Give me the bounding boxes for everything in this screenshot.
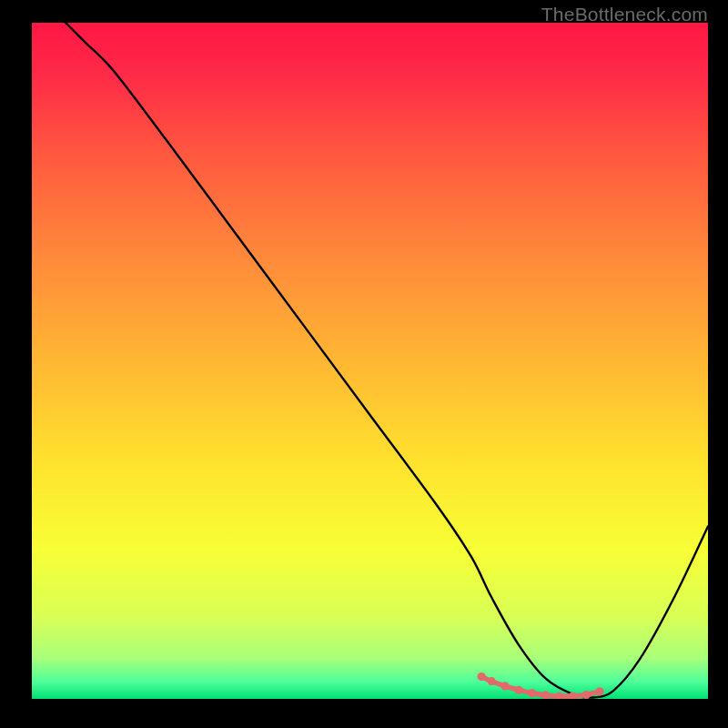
flat-region-dot xyxy=(596,687,604,695)
flat-region-dot xyxy=(514,686,522,694)
plot-area xyxy=(32,23,708,699)
flat-region-dot xyxy=(488,677,496,685)
flat-region-dot xyxy=(582,691,591,699)
flat-region-dot xyxy=(501,682,510,690)
gradient-background xyxy=(32,23,708,699)
chart-frame: TheBottleneck.com xyxy=(0,0,728,728)
chart-svg xyxy=(32,23,708,699)
flat-region-dot xyxy=(528,689,536,697)
flat-region-dot xyxy=(477,672,485,681)
